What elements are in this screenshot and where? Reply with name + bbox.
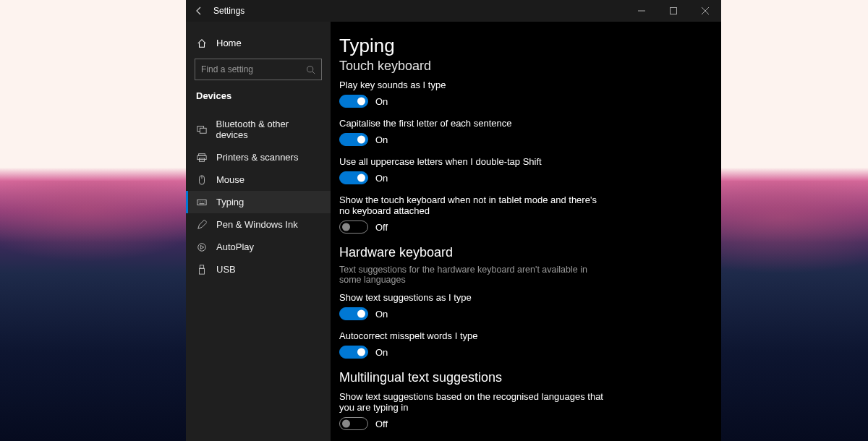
sidebar-item-autoplay[interactable]: AutoPlay: [186, 236, 331, 258]
search-placeholder: Find a setting: [201, 64, 306, 74]
sidebar-item-pen[interactable]: Pen & Windows Ink: [186, 213, 331, 236]
toggle-show-touch-keyboard[interactable]: [339, 220, 368, 234]
setting-uppercase-shift: Use all uppercase letters when I double-…: [339, 156, 607, 184]
setting-key-sounds: Play key sounds as I type On: [339, 80, 607, 108]
sidebar-item-typing[interactable]: Typing: [186, 191, 331, 213]
setting-label: Show text suggestions as I type: [339, 292, 607, 303]
sidebar-item-label: Typing: [216, 197, 244, 207]
content-area: Typing Touch keyboard Play key sounds as…: [331, 22, 721, 441]
sidebar-item-label: Pen & Windows Ink: [216, 219, 298, 230]
sidebar-item-bluetooth[interactable]: Bluetooth & other devices: [186, 113, 331, 146]
sidebar-item-printers[interactable]: Printers & scanners: [186, 146, 331, 168]
pen-icon: [196, 220, 208, 230]
sidebar-item-label: Mouse: [216, 174, 244, 185]
close-button[interactable]: [689, 0, 721, 22]
section-title-touch: Touch keyboard: [339, 59, 701, 74]
search-input[interactable]: Find a setting: [195, 59, 322, 80]
toggle-state: On: [375, 96, 388, 107]
sidebar-item-label: AutoPlay: [216, 241, 254, 252]
usb-icon: [196, 265, 208, 275]
svg-rect-5: [200, 128, 206, 133]
sidebar-category: Devices: [186, 90, 331, 113]
home-button[interactable]: Home: [186, 35, 331, 59]
svg-rect-7: [197, 155, 206, 159]
printer-icon: [196, 153, 208, 163]
setting-capitalise: Capitalise the first letter of each sent…: [339, 118, 607, 146]
autoplay-icon: [196, 242, 208, 252]
setting-hw-suggestions: Show text suggestions as I type On: [339, 292, 607, 320]
maximize-button[interactable]: [658, 0, 689, 22]
toggle-hw-suggestions[interactable]: [339, 307, 368, 320]
home-icon: [196, 38, 208, 48]
toggle-multilingual[interactable]: [339, 417, 368, 430]
svg-rect-18: [200, 265, 203, 267]
toggle-state: On: [375, 173, 388, 184]
svg-rect-1: [671, 8, 677, 14]
setting-label: Autocorrect misspelt words I type: [339, 330, 607, 341]
toggle-key-sounds[interactable]: [339, 95, 368, 108]
sidebar-item-usb[interactable]: USB: [186, 258, 331, 281]
page-title: Typing: [339, 35, 701, 57]
sidebar-item-label: USB: [216, 264, 236, 275]
toggle-state: On: [375, 134, 388, 145]
svg-rect-11: [197, 200, 206, 205]
window-title: Settings: [213, 6, 244, 16]
toggle-state: On: [375, 347, 388, 358]
toggle-uppercase-shift[interactable]: [339, 171, 368, 184]
minimize-button[interactable]: [626, 0, 658, 22]
home-label: Home: [216, 38, 242, 48]
svg-rect-19: [200, 268, 205, 274]
svg-line-3: [312, 71, 315, 73]
sidebar: Home Find a setting Devices Bluetooth & …: [186, 22, 331, 441]
setting-multilingual: Show text suggestions based on the recog…: [339, 391, 607, 430]
setting-label: Capitalise the first letter of each sent…: [339, 118, 607, 129]
devices-icon: [196, 124, 208, 134]
setting-label: Show the touch keyboard when not in tabl…: [339, 194, 607, 216]
setting-label: Use all uppercase letters when I double-…: [339, 156, 607, 167]
mouse-icon: [196, 175, 208, 185]
keyboard-icon: [196, 197, 208, 207]
section-subtitle-hardware: Text suggestions for the hardware keyboa…: [339, 265, 607, 285]
section-title-multilingual: Multilingual text suggestions: [339, 370, 701, 385]
toggle-autocorrect[interactable]: [339, 346, 368, 359]
sidebar-item-mouse[interactable]: Mouse: [186, 168, 331, 191]
setting-label: Play key sounds as I type: [339, 80, 607, 90]
section-title-hardware: Hardware keyboard: [339, 245, 701, 260]
titlebar: Settings: [186, 0, 721, 22]
setting-autocorrect: Autocorrect misspelt words I type On: [339, 330, 607, 359]
search-icon: [306, 65, 315, 74]
sidebar-item-label: Printers & scanners: [216, 152, 298, 163]
sidebar-item-label: Bluetooth & other devices: [216, 119, 320, 140]
back-button[interactable]: [192, 7, 208, 15]
toggle-capitalise[interactable]: [339, 133, 368, 146]
setting-show-touch-keyboard: Show the touch keyboard when not in tabl…: [339, 194, 607, 234]
toggle-state: On: [375, 309, 388, 320]
toggle-state: Off: [375, 419, 388, 429]
toggle-state: Off: [375, 222, 388, 233]
svg-point-2: [307, 66, 313, 72]
setting-label: Show text suggestions based on the recog…: [339, 391, 607, 413]
settings-window: Settings Home Find a setting: [186, 0, 721, 441]
svg-point-17: [198, 243, 206, 251]
